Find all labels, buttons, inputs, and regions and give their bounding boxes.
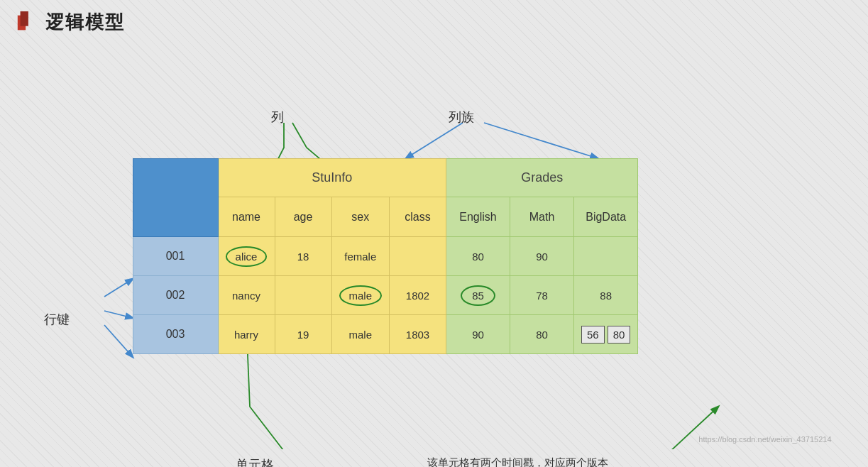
watermark: https://blog.csdn.net/weixin_43715214: [698, 435, 831, 444]
cell-003-sex: male: [331, 315, 390, 354]
table-wrapper: StuInfo Grades name age sex class Englis…: [133, 158, 639, 354]
circled-85: 85: [461, 285, 495, 306]
cell-002-sex: male: [331, 276, 390, 315]
logo-icon: [17, 11, 37, 34]
boxed-val-80: 80: [608, 326, 631, 344]
cell-002-name: nancy: [218, 276, 275, 315]
label-danyuange: 单元格: [236, 456, 274, 467]
diagram-area: 列 列族 行键 单元格 该单元格有两个时间戳，对应两个版本 StuInfo Gr…: [30, 45, 839, 449]
page-title: 逻辑模型: [45, 10, 125, 35]
data-row-003: 003 harry 19 male 1803 90 80 56 80: [133, 315, 638, 354]
cell-003-bigdata: 56 80: [574, 315, 638, 354]
cell-003-age: 19: [275, 315, 331, 354]
cell-002-english: 85: [446, 276, 510, 315]
col-header-class: class: [390, 197, 446, 237]
cf-grades-header: Grades: [446, 159, 638, 197]
circled-male: male: [339, 285, 383, 306]
rowkey-001: 001: [133, 237, 218, 276]
main-table: StuInfo Grades name age sex class Englis…: [133, 158, 639, 354]
cell-002-class: 1802: [390, 276, 446, 315]
cell-003-class: 1803: [390, 315, 446, 354]
cell-001-math: 90: [510, 237, 574, 276]
cell-001-english: 80: [446, 237, 510, 276]
cf-header-row: StuInfo Grades: [133, 159, 638, 197]
cell-002-math: 78: [510, 276, 574, 315]
label-liezu: 列族: [449, 109, 474, 126]
cell-001-bigdata: [574, 237, 638, 276]
data-row-001: 001 alice 18 female 80 90: [133, 237, 638, 276]
col-header-name: name: [218, 197, 275, 237]
data-row-002: 002 nancy male 1802 85 78 88: [133, 276, 638, 315]
rowkey-002: 002: [133, 276, 218, 315]
cell-003-name: harry: [218, 315, 275, 354]
cell-003-math: 80: [510, 315, 574, 354]
cell-001-age: 18: [275, 237, 331, 276]
boxed-bigdata-values: 56 80: [581, 326, 630, 344]
col-header-english: English: [446, 197, 510, 237]
circled-alice: alice: [226, 246, 268, 267]
label-lie: 列: [271, 109, 284, 126]
label-versions: 该单元格有两个时间戳，对应两个版本: [427, 456, 608, 467]
cell-001-name: alice: [218, 237, 275, 276]
cell-002-bigdata: 88: [574, 276, 638, 315]
col-header-bigdata: BigData: [574, 197, 638, 237]
label-hangjian: 行键: [44, 311, 70, 328]
col-header-sex: sex: [331, 197, 390, 237]
cell-001-sex: female: [331, 237, 390, 276]
boxed-val-56: 56: [581, 326, 605, 344]
col-header-age: age: [275, 197, 331, 237]
header: 逻辑模型: [0, 0, 868, 45]
cell-003-english: 90: [446, 315, 510, 354]
rowkey-003: 003: [133, 315, 218, 354]
cf-stuinfo-header: StuInfo: [218, 159, 446, 197]
svg-rect-1: [21, 11, 28, 26]
cell-002-age: [275, 276, 331, 315]
cell-topleft: [133, 159, 218, 237]
cell-001-class: [390, 237, 446, 276]
col-header-math: Math: [510, 197, 574, 237]
